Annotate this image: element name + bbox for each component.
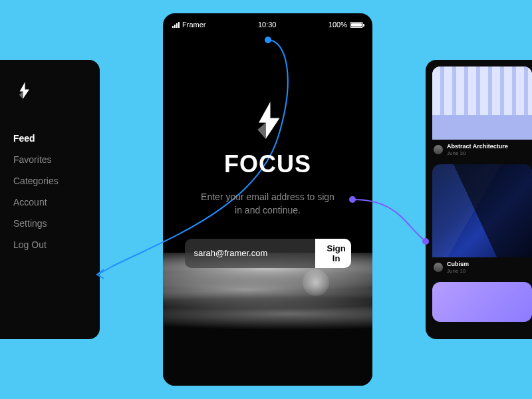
signal-icon bbox=[172, 22, 180, 28]
avatar bbox=[434, 145, 443, 154]
card-title: Cubism bbox=[447, 261, 469, 268]
feed-card[interactable]: Abstract Architecture June 30 bbox=[432, 66, 532, 158]
card-date: June 18 bbox=[447, 268, 469, 274]
brand-logo-icon bbox=[245, 97, 291, 144]
card-title: Abstract Architecture bbox=[447, 144, 508, 150]
signin-form: Sign In bbox=[185, 239, 351, 268]
avatar bbox=[434, 263, 443, 272]
menu-item-feed[interactable]: Feed bbox=[13, 128, 86, 149]
card-image bbox=[432, 282, 532, 322]
menu-item-logout[interactable]: Log Out bbox=[13, 234, 86, 255]
brand-name: FOCUS bbox=[224, 150, 311, 178]
battery-icon bbox=[350, 22, 363, 28]
menu-item-account[interactable]: Account bbox=[13, 192, 86, 213]
feed-card[interactable]: Cubism June 18 bbox=[432, 164, 532, 275]
card-date: June 30 bbox=[447, 150, 508, 156]
menu-item-settings[interactable]: Settings bbox=[13, 213, 86, 234]
brand-logo-icon bbox=[13, 80, 35, 101]
signin-instructions: Enter your email address to sign in and … bbox=[198, 190, 338, 217]
menu-item-favorites[interactable]: Favorites bbox=[13, 149, 86, 170]
clock-label: 10:30 bbox=[258, 21, 277, 29]
menu-item-categories[interactable]: Categories bbox=[13, 170, 86, 192]
feed-card[interactable] bbox=[432, 282, 532, 322]
card-image bbox=[432, 164, 532, 257]
status-bar: Framer 10:30 100% bbox=[163, 13, 372, 31]
feed-screen: Abstract Architecture June 30 Cubism Jun… bbox=[426, 60, 532, 339]
login-screen: Framer 10:30 100% FOCUS Enter your email… bbox=[163, 13, 372, 386]
signin-button[interactable]: Sign In bbox=[315, 239, 351, 268]
email-field[interactable] bbox=[185, 239, 315, 268]
battery-label: 100% bbox=[329, 21, 347, 29]
wave-background bbox=[163, 253, 372, 386]
menu-screen: Feed Favorites Categories Account Settin… bbox=[0, 60, 100, 339]
card-image bbox=[432, 66, 532, 140]
svg-marker-3 bbox=[257, 123, 265, 140]
carrier-label: Framer bbox=[182, 21, 205, 29]
svg-marker-1 bbox=[19, 92, 23, 99]
